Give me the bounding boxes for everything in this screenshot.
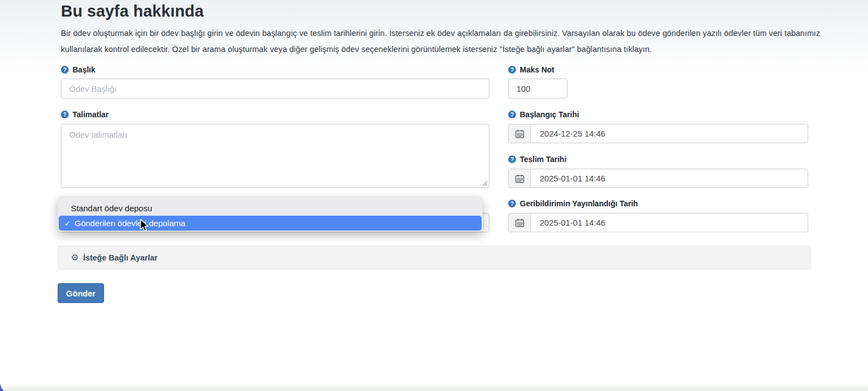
help-icon[interactable]: ? xyxy=(61,111,69,118)
page-description-line-1: Bir ödev oluşturmak için bir ödev başlığ… xyxy=(61,29,820,38)
assignment-form-page: Bu sayfa hakkında Bir ödev oluşturmak iç… xyxy=(0,0,868,391)
calendar-addon[interactable] xyxy=(509,213,531,232)
instructions-textarea[interactable] xyxy=(61,124,489,188)
calendar-icon xyxy=(515,174,524,183)
checkmark-icon: ✓ xyxy=(64,219,71,228)
due-date-input[interactable] xyxy=(531,169,808,187)
help-icon[interactable]: ? xyxy=(508,66,516,74)
title-field-label: ? Başlık xyxy=(61,65,95,74)
optional-settings-toggle[interactable]: ⚙ İsteğe Bağlı Ayarlar xyxy=(58,246,811,270)
max-grade-label: ? Maks Not xyxy=(508,65,554,74)
dropdown-option-store-submissions[interactable]: ✓ Gönderilen ödevleri depolama xyxy=(59,216,482,231)
calendar-addon[interactable] xyxy=(509,124,531,143)
due-date-label-text: Teslim Tarihi xyxy=(520,155,566,164)
instructions-field-label: ? Talimatlar xyxy=(61,110,108,119)
max-grade-input[interactable] xyxy=(508,79,567,98)
start-date-label-text: Başlangıç Tarihi xyxy=(520,110,579,119)
dropdown-option-label: Gönderilen ödevleri depolama xyxy=(75,218,185,228)
feedback-date-input[interactable] xyxy=(531,213,808,232)
title-field-label-text: Başlık xyxy=(73,65,95,74)
help-icon[interactable]: ? xyxy=(508,155,516,163)
window-bottom-edge xyxy=(0,383,868,391)
instructions-field-label-text: Talimatlar xyxy=(73,110,108,119)
dropdown-option-standard-repository[interactable]: Standart ödev deposu xyxy=(58,202,483,215)
help-icon[interactable]: ? xyxy=(508,111,516,118)
optional-settings-label: İsteğe Bağlı Ayarlar xyxy=(83,253,157,262)
dropdown-option-label: Standart ödev deposu xyxy=(71,204,152,213)
max-grade-label-text: Maks Not xyxy=(520,65,554,74)
submit-button[interactable]: Gönder xyxy=(58,283,104,303)
start-date-label: ? Başlangıç Tarihi xyxy=(508,110,579,119)
calendar-icon xyxy=(515,129,524,138)
due-date-label: ? Teslim Tarihi xyxy=(508,155,566,164)
title-input[interactable] xyxy=(61,79,489,98)
due-date-group xyxy=(508,169,808,188)
feedback-date-label-text: Geribildirimin Yayınlandığı Tarih xyxy=(520,199,638,208)
feedback-date-label: ? Geribildirimin Yayınlandığı Tarih xyxy=(508,199,638,208)
start-date-group xyxy=(508,124,808,143)
repository-dropdown-popup: Standart ödev deposu ✓ Gönderilen ödevle… xyxy=(58,197,483,232)
feedback-date-group xyxy=(508,213,808,232)
start-date-input[interactable] xyxy=(531,124,808,143)
instructions-textarea-wrap xyxy=(61,124,489,188)
help-icon[interactable]: ? xyxy=(508,200,516,207)
help-icon[interactable]: ? xyxy=(61,66,69,74)
calendar-icon xyxy=(515,218,524,227)
page-description-line-2: kullanılarak kontrol edilecektir. Özel b… xyxy=(61,45,652,54)
calendar-addon[interactable] xyxy=(509,169,531,187)
page-title: Bu sayfa hakkında xyxy=(61,2,204,20)
resize-handle-icon[interactable] xyxy=(482,181,488,186)
window-corner-accent xyxy=(0,383,4,391)
gear-icon: ⚙ xyxy=(71,253,79,262)
